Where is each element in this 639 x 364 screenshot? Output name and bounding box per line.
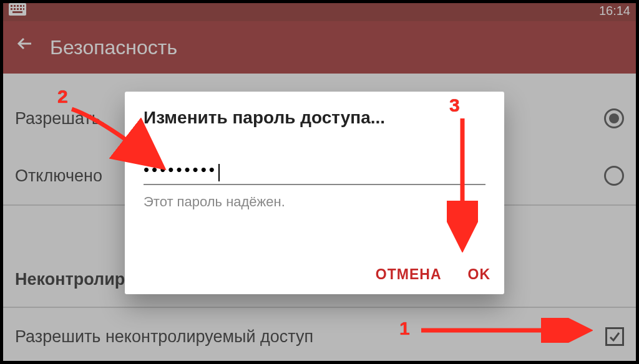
annotation-number: 3: [449, 95, 460, 116]
dialog-title: Изменить пароль доступа...: [144, 108, 485, 128]
annotation-number: 1: [399, 318, 410, 339]
password-mask: •••••••••: [144, 160, 217, 179]
password-input[interactable]: •••••••••: [144, 160, 485, 185]
cancel-button[interactable]: ОТМЕНА: [376, 266, 442, 283]
change-password-dialog: Изменить пароль доступа... ••••••••• Это…: [125, 92, 504, 294]
password-strength-hint: Этот пароль надёжен.: [144, 194, 485, 210]
ok-button[interactable]: OK: [468, 266, 491, 283]
text-caret: [218, 164, 220, 181]
annotation-number: 2: [57, 86, 68, 107]
